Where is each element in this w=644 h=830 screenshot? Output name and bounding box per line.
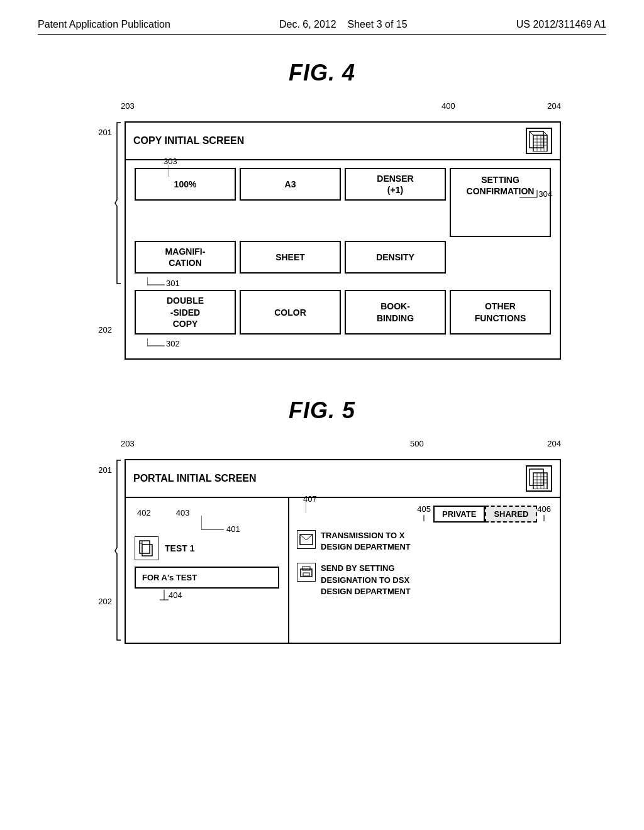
btn-double-sided[interactable]: DOUBLE -SIDED COPY [135, 290, 236, 335]
svg-rect-41 [303, 573, 309, 576]
ref-406-arrow [540, 515, 548, 523]
figure-5-container: FIG. 5 203 500 204 201 202 [38, 397, 606, 644]
svg-rect-27 [140, 541, 150, 553]
fig5-left-panel: 402 403 401 [126, 498, 289, 643]
ref-202-fig4: 202 [98, 325, 112, 335]
doc-item: TEST 1 [135, 536, 279, 560]
btn-color[interactable]: COLOR [240, 290, 341, 335]
ref-301-label: 301 [166, 279, 180, 288]
ref-201-fig5: 201 [98, 465, 112, 475]
fig5-body: 402 403 401 [126, 498, 560, 643]
envelope-icon [299, 533, 313, 546]
ref-401-area: 401 [201, 516, 240, 534]
dest-item-2: SEND BY SETTING DESIGNATION TO DSX DESIG… [297, 560, 551, 600]
doc-icon [135, 536, 158, 560]
ref-401-label: 401 [226, 524, 240, 534]
ref-301-area: 301 [135, 277, 551, 289]
ref-303-label: 303 [164, 157, 177, 166]
dest-icon-1 [297, 530, 316, 549]
header-center: Dec. 6, 2012 Sheet 3 of 15 [279, 19, 408, 30]
btn-magnification[interactable]: MAGNIFI- CATION [135, 241, 236, 274]
btn-other-functions[interactable]: OTHER FUNCTIONS [450, 290, 551, 335]
fig4-header-icon [526, 128, 552, 154]
ref-204-fig4: 204 [547, 101, 561, 111]
svg-line-38 [306, 534, 313, 540]
ref-304-area: 304 [519, 189, 552, 199]
btn-100pct[interactable]: 100% [135, 168, 236, 201]
fig4-title: FIG. 4 [289, 60, 355, 86]
dest-text-1: TRANSMISSION TO X DESIGN DEPARTMENT [321, 530, 411, 553]
btn-denser[interactable]: DENSER (+1) [345, 168, 446, 201]
fig4-ui-frame: COPY INITIAL SCREEN [125, 121, 561, 360]
copy-icon [528, 130, 550, 152]
btn-a3[interactable]: A3 [240, 168, 341, 201]
folder-area: FOR A's TEST [135, 567, 279, 589]
svg-rect-40 [303, 567, 310, 570]
ref-303-arrow [169, 165, 181, 178]
ref-402-label: 402 [137, 508, 151, 517]
svg-line-3 [543, 131, 547, 135]
ref-302-line [147, 338, 166, 350]
ref-404-label: 404 [169, 590, 182, 600]
fig4-diagram: 203 400 204 201 202 [83, 101, 561, 360]
fig5-header-icon [526, 465, 552, 492]
ref-400-fig4: 400 [441, 101, 455, 111]
tabs-area: 407 405 [297, 504, 551, 523]
tab-private[interactable]: PRIVATE [433, 506, 485, 523]
ref-204-fig5: 204 [547, 439, 561, 448]
ref-403-label: 403 [176, 508, 190, 517]
fig5-diagram: 203 500 204 201 202 [83, 439, 561, 644]
ref-407-arrow [306, 502, 325, 514]
fig4-header-bar: COPY INITIAL SCREEN [126, 123, 560, 160]
fig4-screen-title: COPY INITIAL SCREEN [133, 135, 244, 147]
ref-405-arrow [419, 515, 428, 523]
fig5-title: FIG. 5 [289, 397, 355, 424]
ref-500-fig5: 500 [410, 439, 424, 448]
fig4-body: 303 100% A3 DENSER (+1) SETTING CONFIRMA… [126, 160, 560, 358]
left-brace-fig5 [114, 459, 122, 641]
btn-sheet[interactable]: SHEET [240, 241, 341, 274]
ref-404-area: 404 [135, 590, 279, 601]
svg-rect-1 [533, 135, 547, 152]
svg-line-37 [300, 534, 306, 540]
ref-302-area: 302 [135, 338, 551, 350]
ref-304-label: 304 [538, 189, 552, 199]
svg-rect-18 [533, 473, 547, 489]
ref-405-area: 405 [417, 504, 431, 523]
page-header: Patent Application Publication Dec. 6, 2… [38, 19, 606, 35]
btn-setting-conf[interactable]: SETTING CONFIRMATION [450, 168, 551, 237]
ref-406-label: 406 [537, 504, 551, 514]
fig5-screen-title: PORTAL INITIAL SCREEN [133, 473, 257, 484]
figure-4-container: FIG. 4 203 400 204 201 202 [38, 60, 606, 360]
tab-shared[interactable]: SHARED [485, 506, 537, 523]
ref-203-fig4: 203 [121, 101, 135, 111]
svg-line-2 [530, 131, 533, 135]
ref-202-fig5: 202 [98, 597, 112, 606]
btn-density[interactable]: DENSITY [345, 241, 446, 274]
ref-404-line [160, 590, 169, 601]
fig5-ui-frame: PORTAL INITIAL SCREEN [125, 459, 561, 644]
ref-405-label: 405 [417, 504, 431, 514]
portal-icon [528, 468, 550, 489]
left-brace-fig4 [114, 121, 122, 285]
ref-302-label: 302 [166, 339, 180, 348]
ref-203-fig5: 203 [121, 439, 135, 448]
fax-icon [299, 565, 313, 579]
ref-401-line [201, 516, 226, 531]
dest-icon-2 [297, 563, 316, 582]
ref-304-line [519, 190, 538, 199]
svg-rect-28 [142, 545, 152, 556]
fig5-right-panel: 407 405 [289, 498, 560, 643]
header-right: US 2012/311469 A1 [516, 19, 606, 30]
document-icon [138, 540, 155, 557]
doc-label: TEST 1 [165, 543, 194, 553]
ref-201-fig4: 201 [98, 128, 112, 137]
btn-bookbinding[interactable]: BOOK- BINDING [345, 290, 446, 335]
fig5-header-bar: PORTAL INITIAL SCREEN [126, 460, 560, 498]
patent-page: Patent Application Publication Dec. 6, 2… [0, 0, 644, 830]
ref-406-area: 406 [537, 504, 551, 523]
dest-text-2: SEND BY SETTING DESIGNATION TO DSX DESIG… [321, 563, 411, 597]
header-left: Patent Application Publication [38, 19, 170, 30]
tabs-row: 405 PRIVATE SHARED 406 [417, 504, 551, 523]
ref-301-line [147, 277, 166, 289]
